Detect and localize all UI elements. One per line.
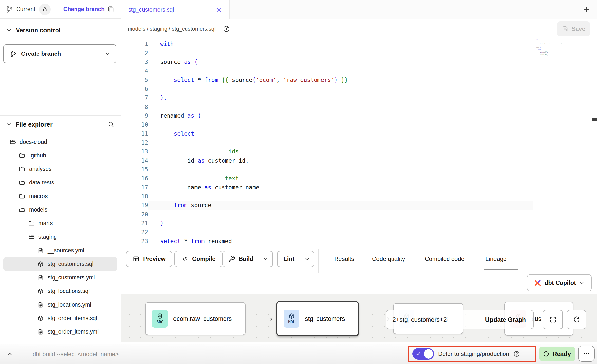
code-line-22[interactable]: 22 xyxy=(121,228,348,237)
code-lines: 1with23source as (45 select * from {{ so… xyxy=(121,39,348,248)
code-text: renamed as ( xyxy=(160,112,201,119)
save-button[interactable]: Save xyxy=(557,21,590,36)
tree-item-marts[interactable]: marts xyxy=(3,217,117,230)
update-graph-button[interactable]: Update Graph xyxy=(478,310,533,329)
code-line-18[interactable]: 18 xyxy=(121,192,348,201)
code-editor[interactable]: 1with23source as (45 select * from {{ so… xyxy=(121,38,597,248)
code-line-16[interactable]: 16 ---------- text xyxy=(121,174,348,183)
build-button[interactable]: Build xyxy=(223,251,259,267)
code-line-12[interactable]: 12 xyxy=(121,138,348,147)
tab-lineage[interactable]: Lineage xyxy=(485,251,506,267)
tree-item-stg-order-items-sql[interactable]: stg_order_items.sql xyxy=(3,311,117,325)
tree-item-data-tests[interactable]: data-tests xyxy=(3,176,117,189)
file-explorer-section-header[interactable]: File explorer xyxy=(0,117,121,131)
help-icon[interactable] xyxy=(513,350,520,357)
tree-item-staging[interactable]: staging xyxy=(3,230,117,244)
lint-dropdown[interactable] xyxy=(300,251,314,267)
line-number: 6 xyxy=(121,86,148,92)
line-number: 4 xyxy=(121,68,148,74)
refresh-button[interactable] xyxy=(567,310,586,329)
code-line-5[interactable]: 5 select * from {{ source('ecom', 'raw_c… xyxy=(121,75,348,84)
code-line-4[interactable]: 4 xyxy=(121,66,348,75)
chevron-up-icon[interactable] xyxy=(6,350,13,358)
create-branch-dropdown[interactable] xyxy=(99,45,116,63)
branch-bar: Current Change branch xyxy=(0,0,121,19)
edge-arrowhead-icon xyxy=(269,317,273,321)
code-line-11[interactable]: 11 select xyxy=(121,129,348,138)
defer-toggle[interactable] xyxy=(412,348,434,360)
tab-code-quality[interactable]: Code quality xyxy=(372,251,405,267)
compile-label: Compile xyxy=(192,255,216,262)
tree-item-label: macros xyxy=(29,193,48,200)
lineage-panel[interactable]: SRC ecom.raw_customers MDL stg_customers… xyxy=(121,294,597,342)
lint-button[interactable]: Lint xyxy=(278,251,300,267)
create-branch-button[interactable]: Create branch xyxy=(4,45,99,63)
node-label: stg_customers xyxy=(305,315,345,322)
tree-item-analyses[interactable]: analyses xyxy=(3,162,117,176)
code-line-1[interactable]: 1with xyxy=(121,39,348,48)
scrollbar-thumb[interactable] xyxy=(592,118,597,121)
tab-compiled-code[interactable]: Compiled code xyxy=(425,251,464,267)
dbt-copilot-logo-icon xyxy=(534,279,541,287)
tree-item-github[interactable]: .github xyxy=(3,149,117,162)
code-line-7[interactable]: 7), xyxy=(121,93,348,102)
tree-item-docs-cloud[interactable]: docs-cloud xyxy=(3,135,117,149)
tree-item-stg-locations-sql[interactable]: stg_locations.sql xyxy=(3,284,117,298)
tree-item-models[interactable]: models xyxy=(3,203,117,217)
divider xyxy=(318,249,319,273)
code-line-21[interactable]: 21) xyxy=(121,219,348,228)
badge-label: MDL xyxy=(288,320,295,324)
copilot-dial-icon[interactable] xyxy=(220,22,233,35)
code-line-20[interactable]: 20 xyxy=(121,210,348,219)
tree-item-label: .github xyxy=(29,152,46,159)
tree-item-stg-order-items-yml[interactable]: stg_order_items.yml xyxy=(3,325,117,339)
code-line-3[interactable]: 3source as ( xyxy=(121,57,348,66)
code-line-8[interactable]: 8 xyxy=(121,102,348,111)
cube-icon xyxy=(37,261,44,267)
tree-item-stg-customers-sql[interactable]: stg_customers.sql xyxy=(3,257,117,271)
build-label: Build xyxy=(239,255,253,262)
status-bar: dbt build --select <model_name> Defer to… xyxy=(0,344,597,364)
lineage-node-stg-customers-selected[interactable]: MDL stg_customers xyxy=(276,301,359,336)
command-input-placeholder[interactable]: dbt build --select <model_name> xyxy=(33,351,119,358)
code-line-19[interactable]: 19 from source xyxy=(121,201,348,210)
search-icon[interactable] xyxy=(107,121,115,128)
line-number: 2 xyxy=(121,50,148,56)
copy-icon[interactable] xyxy=(107,5,115,13)
line-number: 11 xyxy=(121,130,148,137)
lineage-node-source[interactable]: SRC ecom.raw_customers xyxy=(145,302,246,335)
file-explorer-title: File explorer xyxy=(16,121,53,128)
code-line-17[interactable]: 17 name as customer_name xyxy=(121,183,348,192)
version-control-section-header[interactable]: Version control xyxy=(0,24,121,36)
build-dropdown[interactable] xyxy=(259,251,272,267)
code-line-23[interactable]: 23select * from renamed xyxy=(121,237,348,246)
change-branch-link[interactable]: Change branch xyxy=(63,6,105,13)
tree-item-macros[interactable]: macros xyxy=(3,189,117,203)
tab-results[interactable]: Results xyxy=(334,251,354,267)
tree-item-label: stg_locations.sql xyxy=(48,288,90,294)
dbt-copilot-button[interactable]: dbt Copilot xyxy=(527,274,592,291)
code-line-15[interactable]: 15 xyxy=(121,165,348,174)
code-line-6[interactable]: 6 xyxy=(121,84,348,93)
code-line-2[interactable]: 2 xyxy=(121,48,348,57)
minimap[interactable]: withsource as ( select * from {{ source(… xyxy=(536,39,562,62)
code-line-14[interactable]: 14 id as customer_id, xyxy=(121,156,348,165)
new-tab-button[interactable] xyxy=(580,3,593,16)
copilot-row: dbt Copilot xyxy=(121,273,597,294)
tree-item-stg-customers-yml[interactable]: stg_customers.yml xyxy=(3,271,117,284)
code-line-10[interactable]: 10 xyxy=(121,120,348,129)
code-line-9[interactable]: 9renamed as ( xyxy=(121,111,348,120)
tree-item-sources-yml[interactable]: __sources.yml xyxy=(3,244,117,257)
fullscreen-button[interactable] xyxy=(543,310,563,329)
tab-stg-customers-sql[interactable]: stg_customers.sql xyxy=(121,0,230,19)
code-line-24[interactable]: 24 xyxy=(121,246,348,248)
compile-button[interactable]: Compile xyxy=(174,251,223,267)
close-icon[interactable] xyxy=(216,7,222,13)
code-line-13[interactable]: 13 ---------- ids xyxy=(121,147,348,156)
tree-item-label: docs-cloud xyxy=(20,139,47,145)
preview-label: Preview xyxy=(143,255,166,262)
preview-button[interactable]: Preview xyxy=(126,251,172,267)
more-options-button[interactable] xyxy=(578,346,595,362)
lineage-selector-input[interactable]: 2+stg_customers+2 xyxy=(386,310,478,329)
tree-item-stg-locations-yml[interactable]: stg_locations.yml xyxy=(3,298,117,311)
